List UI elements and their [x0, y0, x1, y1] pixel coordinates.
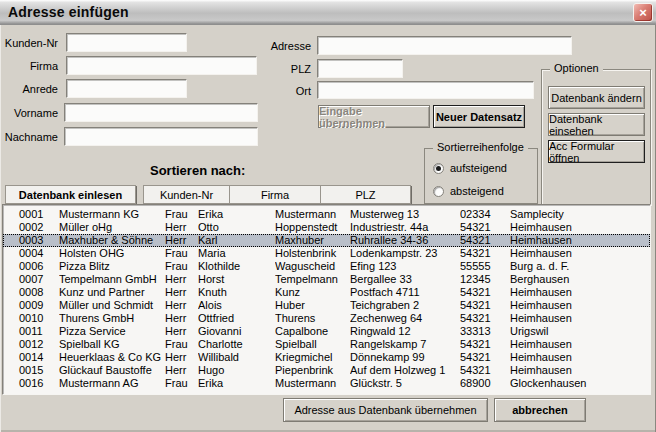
table-row[interactable]: 0009Müller und SchmidtHerrAloisHuberTeic… [3, 299, 650, 312]
plz-input[interactable] [317, 59, 403, 78]
table-cell: Zechenweg 64 [350, 312, 460, 325]
table-row[interactable]: 0014Heuerklaas & Co KGHerrWillibaldKrieg… [3, 351, 650, 364]
table-cell: Efing 123 [350, 260, 460, 273]
table-cell: Dönnekamp 99 [350, 351, 460, 364]
radio-absteigend[interactable]: absteigend [433, 185, 504, 197]
table-cell: Bergallee 33 [350, 273, 460, 286]
table-cell: Glückstr. 5 [350, 377, 460, 390]
radio-dot [433, 163, 444, 174]
table-cell: Heimhausen [510, 286, 650, 299]
table-cell: Frau [165, 247, 198, 260]
nachname-label: Nachname [0, 131, 58, 145]
table-cell: Frau [165, 338, 198, 351]
plz-label: PLZ [249, 63, 311, 77]
table-cell: Willibald [198, 351, 275, 364]
vorname-input[interactable] [64, 103, 258, 122]
radio-aufsteigend[interactable]: aufsteigend [433, 162, 507, 174]
table-row[interactable]: 0002Müller oHgHerrOttoHoppenstedtIndustr… [3, 221, 650, 234]
table-cell: 54321 [460, 312, 510, 325]
table-row[interactable]: 0006Pizza BlitzFrauKlothildeWaguscheidEf… [3, 260, 650, 273]
table-cell: Piepenbrink [275, 364, 350, 377]
sortierreihenfolge-groupbox: Sortierreihenfolge aufsteigend absteigen… [424, 148, 538, 204]
table-cell: 0011 [3, 325, 59, 338]
firma-input[interactable] [66, 56, 257, 75]
table-cell: Industriestr. 44a [350, 221, 460, 234]
table-cell: Müller und Schmidt [59, 299, 165, 312]
table-cell: Mustermann AG [59, 377, 165, 390]
table-row[interactable]: 0001Mustermann KGFrauErikaMustermannMust… [3, 208, 650, 221]
table-cell: Heimhausen [510, 247, 650, 260]
table-cell: Holstenbrink [275, 247, 350, 260]
eingabe-uebernehmen-button: Eingabe übernehmen [318, 105, 430, 128]
adresse-input[interactable] [317, 36, 572, 55]
table-row[interactable]: 0008Kunz und PartnerHerrKnuthKunzPostfac… [3, 286, 650, 299]
table-cell: Giovanni [198, 325, 275, 338]
close-button[interactable]: × [633, 3, 653, 22]
table-cell: Mustermann [275, 208, 350, 221]
table-cell: 55555 [460, 260, 510, 273]
table-cell: 54321 [460, 234, 510, 247]
table-cell: Urigswil [510, 325, 650, 338]
table-cell: Mustermann [275, 377, 350, 390]
acc-formular-oeffnen-button[interactable]: Acc Formular öffnen [548, 140, 645, 163]
close-icon: × [639, 5, 647, 20]
table-cell: Herr [165, 325, 198, 338]
table-cell: Samplecity [510, 208, 650, 221]
adresse-uebernehmen-button[interactable]: Adresse aus Datenbank übernehmen [283, 398, 488, 422]
datenbank-einsehen-button[interactable]: Datenbank einsehen [548, 113, 645, 136]
table-cell: Kunz und Partner [59, 286, 165, 299]
table-cell: Teichgraben 2 [350, 299, 460, 312]
table-cell: Lodenkampstr. 23 [350, 247, 460, 260]
table-cell: Otto [198, 221, 275, 234]
table-cell: Burg a. d. F. [510, 260, 650, 273]
radio-absteigend-label: absteigend [450, 185, 504, 197]
table-cell: Spielball [275, 338, 350, 351]
neuer-datensatz-button[interactable]: Neuer Datensatz [433, 105, 525, 128]
datenbank-einlesen-button[interactable]: Datenbank einlesen [5, 185, 136, 204]
sort-plz-button[interactable]: PLZ [320, 185, 411, 204]
sortieren-nach-label: Sortieren nach: [150, 163, 280, 178]
table-cell: Heimhausen [510, 364, 650, 377]
table-cell: Heimhausen [510, 338, 650, 351]
table-cell: Frau [165, 208, 198, 221]
table-cell: Herr [165, 364, 198, 377]
table-row[interactable]: 0016Mustermann AGFrauErikaMustermannGlüc… [3, 377, 650, 390]
table-cell: 54321 [460, 221, 510, 234]
ort-input[interactable] [317, 81, 534, 99]
table-row[interactable]: 0012Spielball KGFrauCharlotteSpielballRa… [3, 338, 650, 351]
datenbank-aendern-button[interactable]: Datenbank ändern [548, 86, 645, 109]
kunden-nr-label: Kunden-Nr [0, 37, 58, 51]
table-cell: Müller oHg [59, 221, 165, 234]
kunden-nr-input[interactable] [66, 33, 187, 52]
table-row[interactable]: 0010Thurens GmbHHerrOttfriedThurensZeche… [3, 312, 650, 325]
table-cell: 0003 [3, 234, 59, 247]
adresse-label: Adresse [249, 40, 311, 54]
table-row[interactable]: 0003Maxhuber & SöhneHerrKarlMaxhuberRuhr… [3, 234, 650, 247]
table-cell: Huber [275, 299, 350, 312]
anrede-label: Anrede [0, 83, 58, 97]
anrede-input[interactable] [66, 79, 187, 98]
table-cell: Ottfried [198, 312, 275, 325]
sort-kunden-nr-button[interactable]: Kunden-Nr [143, 185, 230, 204]
address-table[interactable]: 0001Mustermann KGFrauErikaMustermannMust… [2, 204, 651, 395]
table-row[interactable]: 0007Tempelmann GmbHHerrHorstTempelmannBe… [3, 273, 650, 286]
table-row[interactable]: 0015Glückauf BaustoffeHerrHugoPiepenbrin… [3, 364, 650, 377]
table-cell: 0008 [3, 286, 59, 299]
sort-firma-button[interactable]: Firma [229, 185, 321, 204]
table-row[interactable]: 0004Holsten OHGFrauMariaHolstenbrinkLode… [3, 247, 650, 260]
table-cell: Karl [198, 234, 275, 247]
table-cell: Frau [165, 377, 198, 390]
table-row[interactable]: 0011Pizza ServiceHerrGiovanniCapalboneRi… [3, 325, 650, 338]
abbrechen-button[interactable]: abbrechen [494, 398, 586, 422]
nachname-input[interactable] [64, 127, 258, 146]
table-cell: 54321 [460, 338, 510, 351]
table-cell: Thurens GmbH [59, 312, 165, 325]
radio-aufsteigend-label: aufsteigend [450, 162, 507, 174]
table-cell: Postfach 4711 [350, 286, 460, 299]
table-cell: Herr [165, 234, 198, 247]
table-cell: 0014 [3, 351, 59, 364]
table-cell: 54321 [460, 247, 510, 260]
table-cell: Maxhuber & Söhne [59, 234, 165, 247]
table-cell: Frau [165, 260, 198, 273]
table-cell: Pizza Service [59, 325, 165, 338]
